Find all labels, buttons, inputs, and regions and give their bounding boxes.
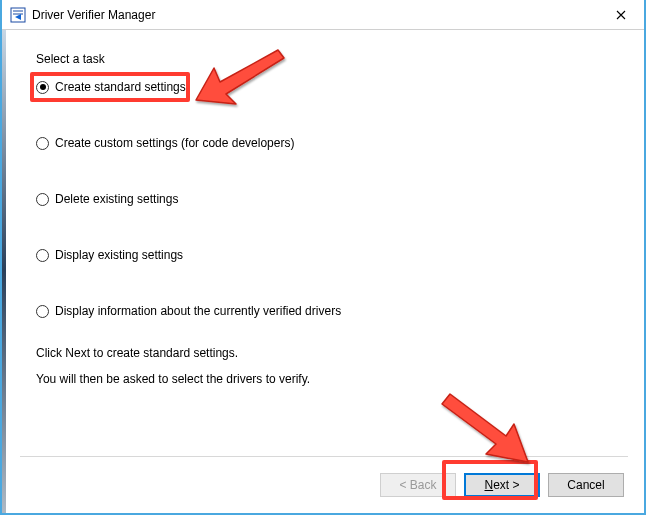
radio-create-custom[interactable]: Create custom settings (for code develop… bbox=[36, 136, 612, 150]
radio-label: Delete existing settings bbox=[55, 192, 178, 206]
back-button: < Back bbox=[380, 473, 456, 497]
radio-icon bbox=[36, 137, 49, 150]
separator bbox=[20, 456, 628, 457]
radio-label: Display information about the currently … bbox=[55, 304, 341, 318]
dialog-body: Select a task Create standard settings C… bbox=[6, 30, 642, 511]
app-icon bbox=[10, 7, 26, 23]
close-button[interactable] bbox=[598, 0, 644, 30]
radio-label: Create standard settings bbox=[55, 80, 186, 94]
next-mnemonic: N bbox=[484, 478, 493, 492]
next-rest: ext > bbox=[493, 478, 519, 492]
hint-line-1: Click Next to create standard settings. bbox=[36, 340, 612, 366]
radio-display-existing[interactable]: Display existing settings bbox=[36, 248, 612, 262]
radio-icon bbox=[36, 81, 49, 94]
radio-icon bbox=[36, 193, 49, 206]
radio-label: Display existing settings bbox=[55, 248, 183, 262]
select-task-label: Select a task bbox=[36, 52, 612, 66]
window-title: Driver Verifier Manager bbox=[32, 8, 155, 22]
radio-icon bbox=[36, 249, 49, 262]
cancel-button[interactable]: Cancel bbox=[548, 473, 624, 497]
close-icon bbox=[616, 10, 626, 20]
next-button[interactable]: Next > bbox=[464, 473, 540, 497]
svg-rect-0 bbox=[11, 8, 25, 22]
hint-text: Click Next to create standard settings. … bbox=[36, 340, 612, 393]
button-row: < Back Next > Cancel bbox=[380, 473, 624, 497]
radio-delete-existing[interactable]: Delete existing settings bbox=[36, 192, 612, 206]
radio-label: Create custom settings (for code develop… bbox=[55, 136, 294, 150]
radio-display-info[interactable]: Display information about the currently … bbox=[36, 304, 612, 318]
radio-icon bbox=[36, 305, 49, 318]
radio-create-standard[interactable]: Create standard settings bbox=[36, 80, 612, 94]
hint-line-2: You will then be asked to select the dri… bbox=[36, 366, 612, 392]
titlebar: Driver Verifier Manager bbox=[2, 0, 644, 30]
